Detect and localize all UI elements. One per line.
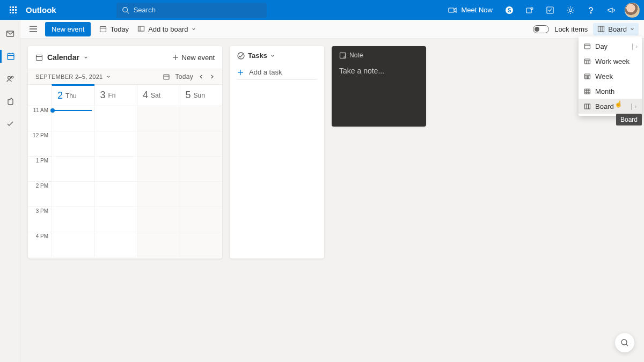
chevron-down-icon[interactable] [106, 75, 111, 79]
note-icon [339, 52, 346, 59]
svg-rect-53 [585, 104, 590, 109]
note-header: Note [339, 51, 419, 59]
view-option-day[interactable]: Day │ › [579, 39, 642, 54]
chevron-down-icon [270, 54, 275, 58]
calendar-icon [35, 54, 43, 61]
next-arrow-icon[interactable] [209, 74, 215, 79]
chevron-right-icon: │ › [631, 43, 638, 49]
month-icon [584, 88, 591, 95]
day-header[interactable]: 2Thu [52, 84, 94, 106]
hour-label: 11 AM [28, 106, 52, 131]
app-launcher-icon[interactable] [4, 2, 21, 19]
svg-line-57 [626, 344, 628, 346]
svg-rect-27 [36, 55, 42, 61]
settings-icon[interactable] [561, 2, 580, 19]
view-option-month[interactable]: Month [579, 84, 642, 99]
calendar-grid[interactable]: 11 AM 12 PM 1 PM 2 PM 3 PM 4 PM [28, 106, 222, 258]
svg-point-56 [621, 339, 627, 345]
view-option-work-week[interactable]: Work week [579, 54, 642, 69]
teams-icon[interactable] [521, 2, 539, 19]
calendar-day-headers: 2Thu 3Fri 4Sat 5Sun [28, 85, 222, 106]
hour-label: 2 PM [28, 182, 52, 206]
chevron-down-icon[interactable] [84, 55, 88, 60]
left-rail [0, 20, 20, 362]
tasks-icon [237, 52, 245, 60]
meet-now-button[interactable]: Meet Now [443, 2, 498, 19]
zoom-icon [620, 338, 629, 347]
day-header[interactable]: 4Sat [137, 85, 180, 106]
add-to-board-button[interactable]: Add to board [133, 21, 200, 36]
view-option-board[interactable]: Board ☝ │ › [579, 99, 642, 114]
help-icon[interactable] [582, 2, 600, 19]
prev-arrow-icon[interactable] [199, 74, 204, 79]
lock-items-toggle[interactable] [533, 25, 549, 33]
svg-rect-48 [585, 89, 590, 94]
today-button[interactable]: Today [95, 21, 133, 36]
hour-label: 1 PM [28, 157, 52, 181]
view-switcher-menu: Day │ › Work week Week Month Board ☝ │ › [579, 36, 642, 116]
day-view-icon [584, 43, 591, 50]
user-avatar[interactable] [625, 3, 640, 18]
svg-point-6 [531, 8, 533, 10]
video-icon [448, 7, 457, 13]
svg-rect-31 [164, 75, 169, 79]
megaphone-icon[interactable] [602, 2, 620, 19]
svg-rect-20 [100, 27, 106, 32]
board-add-icon [137, 25, 145, 33]
zoom-button[interactable] [615, 333, 634, 352]
hamburger-icon[interactable] [26, 21, 41, 36]
svg-point-9 [590, 12, 591, 13]
svg-rect-11 [8, 54, 14, 60]
view-option-week[interactable]: Week [579, 69, 642, 84]
plus-icon [237, 69, 244, 76]
add-task-input[interactable]: Add a task [237, 65, 317, 80]
work-week-icon [584, 58, 591, 65]
rail-calendar-icon[interactable] [0, 50, 19, 63]
rail-people-icon[interactable] [2, 72, 19, 85]
svg-point-0 [122, 7, 127, 12]
hour-label: 4 PM [28, 232, 52, 257]
day-header[interactable]: 3Fri [94, 85, 137, 106]
skype-icon[interactable]: S [500, 2, 518, 19]
date-range-label: SEPTEMBER 2–5, 2021 [35, 73, 103, 80]
search-icon [122, 6, 129, 14]
lock-items-label: Lock items [554, 25, 588, 33]
chevron-down-icon [192, 27, 196, 31]
svg-point-15 [8, 77, 10, 79]
svg-point-8 [569, 9, 572, 11]
today-link[interactable]: Today [175, 73, 193, 80]
svg-rect-37 [585, 44, 590, 49]
chevron-down-icon [630, 27, 634, 31]
calendar-title: Calendar [47, 53, 79, 62]
day-header[interactable]: 5Sun [180, 85, 223, 106]
svg-rect-24 [598, 26, 604, 32]
svg-rect-39 [585, 59, 590, 64]
week-icon [584, 73, 591, 80]
board-canvas[interactable]: Calendar New event SEPTEMBER 2–5, 2021 T… [20, 39, 644, 362]
svg-point-33 [238, 53, 244, 59]
calendar-icon [99, 25, 107, 33]
svg-rect-36 [340, 53, 346, 58]
tooltip: Board [616, 114, 642, 125]
cursor-pointer-icon: ☝ [614, 100, 623, 108]
note-textarea[interactable]: Take a note... [339, 67, 419, 75]
hour-label: 12 PM [28, 131, 52, 156]
svg-text:S: S [508, 8, 511, 13]
hour-label: 3 PM [28, 207, 52, 232]
note-widget: Note Take a note... [332, 46, 426, 127]
view-switcher-button[interactable]: Board [593, 23, 639, 35]
chevron-right-icon: │ › [630, 104, 636, 109]
current-time-line [53, 110, 92, 111]
calendar-small-icon[interactable] [163, 73, 170, 80]
tasks-header[interactable]: Tasks [237, 51, 317, 60]
command-bar: New event Today Add to board Lock items … [20, 20, 644, 39]
rail-mail-icon[interactable] [2, 27, 19, 40]
rail-todo-icon[interactable] [2, 117, 19, 130]
rail-files-icon[interactable] [2, 95, 19, 108]
calendar-new-event-button[interactable]: New event [172, 54, 215, 62]
search-input[interactable]: Search [116, 3, 267, 18]
new-event-button[interactable]: New event [45, 22, 91, 36]
todo-icon[interactable] [541, 2, 559, 19]
svg-line-1 [127, 11, 129, 13]
svg-point-16 [11, 76, 13, 78]
